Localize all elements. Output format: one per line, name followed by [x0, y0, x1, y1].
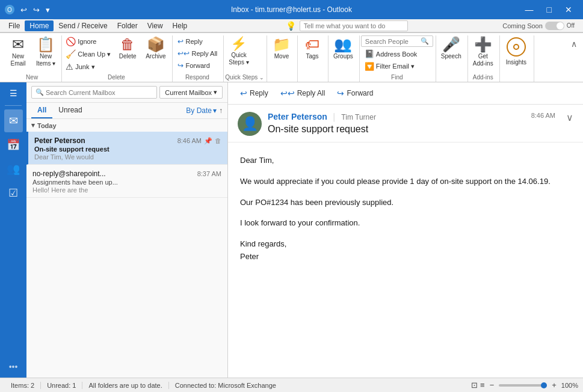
lightbulb-icon[interactable]: 💡	[282, 21, 300, 31]
tab-all[interactable]: All	[31, 103, 52, 118]
forward-button[interactable]: ↪ Forward	[332, 86, 378, 100]
nav-more-button[interactable]: •••	[5, 358, 22, 375]
search-people-input[interactable]	[365, 38, 421, 45]
email-1-pin-icon[interactable]: 📌	[204, 137, 212, 145]
menu-file[interactable]: File	[4, 20, 25, 31]
address-book-button[interactable]: 📓 Address Book	[361, 48, 421, 60]
zoom-in-button[interactable]: +	[549, 381, 559, 390]
tags-button[interactable]: 🏷 Tags	[299, 35, 325, 62]
ribbon-content: ✉ NewEmail 📋 NewItems ▾ New 🚫 Ignore	[0, 32, 583, 82]
move-button[interactable]: 📁 Move	[268, 35, 295, 62]
archive-button[interactable]: 📦 Archive	[142, 35, 169, 62]
cleanup-button[interactable]: 🧹 Clean Up ▾	[63, 48, 113, 60]
move-label: Move	[274, 53, 289, 60]
get-addins-label: GetAdd-ins	[473, 53, 493, 67]
zoom-level: 100%	[561, 382, 578, 389]
junk-label: Junk ▾	[75, 63, 94, 71]
view-icon-2[interactable]: ≡	[480, 381, 485, 390]
nav-calendar-item[interactable]: 📅	[2, 133, 25, 156]
today-label: Today	[37, 122, 57, 129]
insights-button[interactable]: Insights	[501, 35, 531, 67]
reply-ribbon-button[interactable]: ↩ Reply	[174, 35, 221, 47]
today-collapse-arrow[interactable]: ▾	[31, 121, 35, 129]
window-title: Inbox - tim.turner@holert.us - Outlook	[231, 5, 352, 14]
zoom-out-button[interactable]: −	[487, 381, 497, 390]
ribbon-collapse-button[interactable]: ∧	[569, 38, 579, 50]
calendar-nav-icon: 📅	[7, 138, 20, 152]
search-people-box[interactable]: 🔍	[361, 35, 433, 47]
email-item-2[interactable]: no-reply@sharepoint... 8:37 AM Assignmen…	[26, 165, 227, 198]
email-expand-button[interactable]: ∨	[566, 112, 573, 123]
reply-icon: ↩	[177, 37, 184, 46]
delete-group-buttons: 🚫 Ignore 🧹 Clean Up ▾ ⚠ Junk ▾ 🗑 Delete	[63, 35, 169, 73]
forward-ribbon-button[interactable]: ↪ Forward	[174, 60, 221, 72]
new-email-button[interactable]: ✉ NewEmail	[5, 35, 31, 69]
tell-me-input[interactable]	[300, 20, 408, 31]
quick-steps-expand-icon[interactable]: ⌄	[259, 75, 264, 81]
window-controls: — □ ✕	[519, 0, 578, 19]
toggle-off-label: Off	[567, 22, 575, 29]
outlook-icon: O	[5, 5, 14, 14]
menu-send-receive[interactable]: Send / Receive	[54, 20, 112, 31]
status-bar: Items: 2 Unread: 1 All folders are up to…	[0, 378, 583, 392]
email-header-subject: On-site support request	[268, 124, 525, 135]
nav-expand-button[interactable]: ☰	[6, 85, 21, 102]
mailbox-dropdown-arrow: ▾	[214, 88, 217, 96]
zoom-slider[interactable]	[499, 384, 547, 387]
reply-all-ribbon-button[interactable]: ↩↩ Reply All	[174, 47, 221, 60]
email-from-name: Peter Peterson	[268, 112, 327, 121]
new-items-button[interactable]: 📋 NewItems ▾	[32, 35, 59, 69]
delete-button[interactable]: 🗑 Delete	[114, 35, 141, 62]
maximize-button[interactable]: □	[541, 0, 558, 19]
folder-panel: 🔍 Current Mailbox ▾ All Unread By Date ▾…	[26, 82, 228, 378]
tab-unread[interactable]: Unread	[52, 103, 88, 118]
ribbon-group-speech: 🎤 Speech	[436, 35, 468, 82]
email-1-delete-icon[interactable]: 🗑	[215, 137, 221, 144]
junk-button[interactable]: ⚠ Junk ▾	[63, 61, 113, 73]
reply-all-button[interactable]: ↩↩ Reply All	[276, 86, 330, 100]
nav-people-item[interactable]: 👥	[2, 158, 25, 180]
menu-help[interactable]: Help	[168, 20, 193, 31]
quick-steps-button[interactable]: ⚡ QuickSteps ▾	[225, 35, 252, 68]
folder-search-input[interactable]	[46, 89, 153, 96]
groups-button[interactable]: 👥 Groups	[330, 35, 357, 62]
nav-tasks-item[interactable]: ☑	[4, 182, 23, 204]
insights-inner-circle	[513, 44, 519, 50]
reading-pane: ↩ Reply ↩↩ Reply All ↪ Forward 👤 Peter P…	[228, 82, 583, 378]
mailbox-label: Current Mailbox	[165, 89, 212, 96]
qat-dropdown-button[interactable]: ▾	[43, 4, 52, 16]
undo-button[interactable]: ↩	[18, 4, 29, 16]
email-body-para1: We would appreciate if you could please …	[240, 176, 571, 188]
sort-button[interactable]: By Date ▾	[186, 106, 217, 115]
reading-toolbar: ↩ Reply ↩↩ Reply All ↪ Forward	[228, 82, 583, 105]
minimize-button[interactable]: —	[519, 0, 540, 19]
menu-home[interactable]: Home	[25, 20, 54, 31]
reply-button[interactable]: ↩ Reply	[235, 86, 273, 100]
speech-buttons: 🎤 Speech	[437, 35, 465, 79]
redo-button[interactable]: ↪	[31, 4, 42, 16]
close-button[interactable]: ✕	[559, 0, 578, 19]
sort-label: By Date	[186, 106, 212, 115]
archive-icon: 📦	[147, 37, 165, 52]
email-item-1[interactable]: Peter Peterson 8:46 AM 📌 🗑 On-site suppo…	[26, 132, 227, 165]
filter-email-button[interactable]: 🔽 Filter Email ▾	[361, 61, 418, 72]
respond-col: ↩ Reply ↩↩ Reply All ↪ Forward	[174, 35, 221, 72]
speech-button[interactable]: 🎤 Speech	[437, 35, 465, 62]
new-items-label: NewItems ▾	[36, 53, 55, 67]
sender-row: Peter Peterson │ Tim Turner	[268, 112, 525, 121]
menu-view[interactable]: View	[143, 20, 168, 31]
zoom-slider-knob	[541, 382, 547, 388]
view-icon-1[interactable]: ⊡	[471, 381, 478, 390]
mailbox-dropdown-button[interactable]: Current Mailbox ▾	[159, 86, 223, 99]
ribbon-group-respond: ↩ Reply ↩↩ Reply All ↪ Forward Respond	[173, 35, 224, 82]
get-addins-button[interactable]: ➕ GetAdd-ins	[469, 35, 497, 69]
folder-search-box[interactable]: 🔍	[31, 86, 157, 99]
sort-direction-button[interactable]: ↑	[219, 106, 223, 115]
coming-soon-label: Coming Soon	[502, 22, 543, 29]
nav-mail-item[interactable]: ✉	[4, 109, 23, 132]
menu-folder[interactable]: Folder	[113, 20, 143, 31]
ignore-icon: 🚫	[66, 37, 76, 46]
coming-soon-toggle[interactable]	[545, 22, 564, 30]
ignore-button[interactable]: 🚫 Ignore	[63, 35, 113, 47]
ribbon-group-quicksteps: ⚡ QuickSteps ▾ Quick Steps ⌄	[224, 35, 267, 82]
